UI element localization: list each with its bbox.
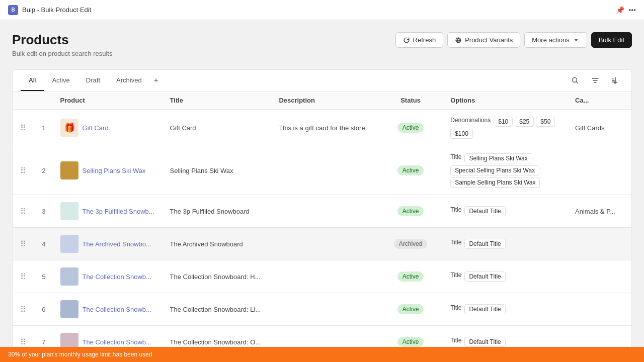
sort-button[interactable]: [607, 72, 623, 88]
app-title: Bulp - Bulk Product Edit: [22, 6, 91, 14]
options-list: TitleDefault Title: [450, 272, 563, 282]
product-link[interactable]: The Collection Snowb...: [83, 306, 151, 313]
search-icon: [571, 76, 579, 84]
products-table-wrap: Product Title Description Status Options…: [13, 92, 631, 362]
drag-handle-icon[interactable]: ⠿: [20, 240, 26, 248]
status-badge: Active: [397, 337, 424, 347]
drag-handle-cell[interactable]: ⠿: [13, 260, 33, 293]
drag-handle-icon[interactable]: ⠿: [20, 207, 26, 216]
tab-all[interactable]: All: [21, 70, 44, 91]
product-status-cell: Active: [377, 260, 444, 293]
col-description: Description: [273, 92, 377, 110]
product-title-cell: Selling Plans Ski Wax: [164, 146, 273, 195]
page-header: Products Bulk edit on product search res…: [12, 32, 632, 57]
page-title: Products: [12, 32, 112, 48]
product-title-cell: The 3p Fulfilled Snowboard: [164, 195, 273, 228]
product-link[interactable]: The Collection Snowb...: [83, 338, 151, 346]
row-number: 6: [33, 293, 54, 326]
product-description-cell: [273, 195, 377, 228]
table-row: ⠿ 4 The Archived Snowbo... The Archived …: [13, 228, 631, 260]
option-tag: Default Title: [464, 337, 505, 347]
product-status-cell: Archived: [377, 228, 444, 260]
drag-handle-cell[interactable]: ⠿: [13, 293, 33, 326]
options-list: TitleSelling Plans Ski WaxSpecial Sellin…: [450, 153, 563, 188]
option-tag: $50: [536, 117, 555, 127]
drag-handle-icon[interactable]: ⠿: [20, 124, 26, 132]
page-header-actions: Refresh Product Variants More actions Bu…: [395, 32, 632, 48]
drag-handle-icon[interactable]: ⠿: [20, 166, 26, 175]
bulk-edit-button[interactable]: Bulk Edit: [591, 32, 632, 48]
col-title: Title: [164, 92, 273, 110]
filter-button[interactable]: [587, 72, 603, 88]
product-thumbnail: [60, 267, 78, 286]
chevron-down-icon: [573, 37, 580, 44]
product-category-cell: [569, 260, 631, 293]
product-category-cell: [569, 228, 631, 260]
drag-handle-icon[interactable]: ⠿: [20, 273, 26, 281]
refresh-icon: [403, 37, 410, 44]
product-options-cell: TitleSelling Plans Ski WaxSpecial Sellin…: [444, 146, 569, 195]
more-actions-button[interactable]: More actions: [524, 32, 587, 48]
product-thumbnail: 🎁: [60, 119, 78, 137]
product-title-cell: The Collection Snowboard: H...: [164, 260, 273, 293]
row-number: 3: [33, 195, 54, 228]
option-tag: Default Title: [464, 304, 505, 314]
product-status-cell: Active: [377, 146, 444, 195]
product-variants-button[interactable]: Product Variants: [447, 32, 520, 48]
product-cell: The Collection Snowb...: [54, 293, 164, 326]
variants-icon: [455, 37, 462, 44]
product-options-cell: TitleDefault Title: [444, 293, 569, 326]
product-status-cell: Active: [377, 195, 444, 228]
title-bar-right: 📌 •••: [616, 6, 636, 14]
col-num: [33, 92, 54, 110]
options-list: TitleDefault Title: [450, 337, 563, 347]
more-options-icon[interactable]: •••: [628, 6, 636, 14]
option-tag: Default Title: [464, 239, 505, 249]
product-cell: 🎁 Gift Card: [54, 110, 164, 146]
products-table: Product Title Description Status Options…: [13, 92, 631, 362]
option-tag: Default Title: [464, 272, 505, 282]
drag-handle-icon[interactable]: ⠿: [20, 305, 26, 314]
tab-add-button[interactable]: +: [150, 70, 163, 91]
products-card: All Active Draft Archived +: [12, 69, 632, 362]
product-status-cell: Active: [377, 110, 444, 146]
product-category-cell: [569, 293, 631, 326]
option-tag: Special Selling Plans Ski Wax: [450, 165, 539, 175]
product-options-cell: TitleDefault Title: [444, 260, 569, 293]
product-description-cell: [273, 146, 377, 195]
option-label: Title: [450, 272, 461, 282]
drag-handle-cell[interactable]: ⠿: [13, 228, 33, 260]
product-link[interactable]: Gift Card: [83, 124, 109, 132]
product-link[interactable]: The 3p Fulfilled Snowb...: [83, 208, 154, 215]
table-row: ⠿ 5 The Collection Snowb... The Collecti…: [13, 260, 631, 293]
status-badge: Active: [397, 304, 424, 314]
tabs-bar: All Active Draft Archived +: [13, 70, 631, 92]
pin-icon[interactable]: 📌: [616, 6, 624, 14]
refresh-button[interactable]: Refresh: [395, 32, 444, 48]
table-row: ⠿ 6 The Collection Snowb... The Collecti…: [13, 293, 631, 326]
options-list: TitleDefault Title: [450, 206, 563, 216]
option-label: Title: [450, 153, 461, 163]
product-description-cell: [273, 260, 377, 293]
tab-draft[interactable]: Draft: [78, 70, 108, 91]
option-label: Title: [450, 206, 461, 216]
drag-handle-cell[interactable]: ⠿: [13, 146, 33, 195]
status-badge: Archived: [394, 239, 428, 249]
page-header-left: Products Bulk edit on product search res…: [12, 32, 112, 57]
product-cell: The 3p Fulfilled Snowb...: [54, 195, 164, 228]
product-title-cell: The Collection Snowboard: Li...: [164, 293, 273, 326]
drag-handle-cell[interactable]: ⠿: [13, 110, 33, 146]
drag-handle-icon[interactable]: ⠿: [20, 338, 26, 346]
product-link[interactable]: Selling Plans Ski Wax: [83, 167, 146, 174]
product-link[interactable]: The Archived Snowbo...: [83, 240, 151, 248]
tab-active[interactable]: Active: [44, 70, 77, 91]
col-options: Options: [444, 92, 569, 110]
status-badge: Active: [397, 165, 424, 175]
product-link[interactable]: The Collection Snowb...: [83, 273, 151, 281]
status-badge: Active: [397, 206, 424, 216]
tabs-right: [567, 72, 623, 88]
drag-handle-cell[interactable]: ⠿: [13, 195, 33, 228]
status-badge: Active: [397, 272, 424, 282]
search-button[interactable]: [567, 72, 583, 88]
tab-archived[interactable]: Archived: [108, 70, 150, 91]
